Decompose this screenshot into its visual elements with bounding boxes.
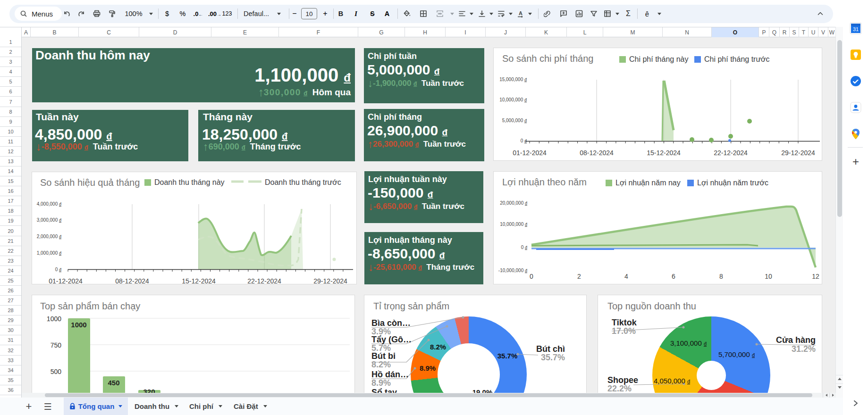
svg-text:31: 31 [853,26,859,32]
svg-text:A: A [519,10,522,16]
